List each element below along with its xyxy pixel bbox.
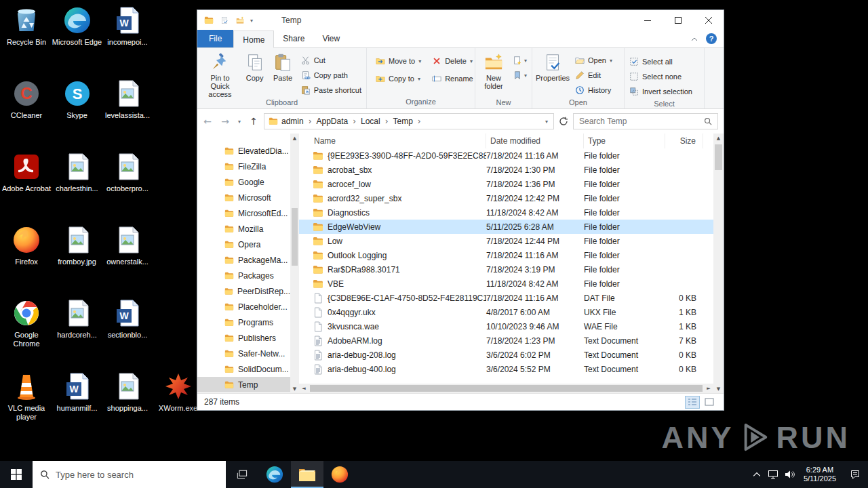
nav-item-packagema[interactable]: PackageMa... [197,252,290,268]
address-dropdown-icon[interactable]: ▾ [541,119,552,125]
nav-item-microsoft[interactable]: Microsoft [197,190,290,205]
qat-properties-button[interactable] [219,15,230,26]
nav-item-mozilla[interactable]: Mozilla [197,221,290,237]
nav-item-soliddocum[interactable]: SolidDocum... [197,361,290,377]
desktop-icon-shoppinga[interactable]: shoppinga... [102,371,153,413]
details-view-button[interactable] [685,396,700,409]
new-folder-button[interactable]: New folder [477,50,511,98]
collapse-ribbon-button[interactable] [691,34,698,43]
rename-button[interactable]: Rename [429,71,477,86]
desktop-icon-sectionblo[interactable]: Wsectionblo... [102,298,153,340]
desktop-icon-microsoft-edge[interactable]: Microsoft Edge [52,5,102,47]
desktop-icon-hardcoreh[interactable]: hardcoreh... [52,298,102,340]
file-row-outlook-logging[interactable]: Outlook Logging7/18/2024 11:16 AMFile fo… [299,248,713,262]
breadcrumb-local[interactable]: Local [357,117,384,126]
scrollbar-thumb[interactable] [715,144,722,170]
file-row-aria-debug-400-log[interactable]: aria-debug-400.log3/6/2024 5:52 PMText D… [299,362,713,376]
nav-item-programs[interactable]: Programs [197,314,290,330]
delete-button[interactable]: Delete ▾ [429,54,477,68]
breadcrumb-temp[interactable]: Temp [390,117,416,126]
desktop-icon-humanmilf[interactable]: Whumanmilf... [52,371,102,413]
select-all-button[interactable]: Select all [626,54,696,69]
back-button[interactable]: ← [200,114,215,129]
tab-file[interactable]: File [197,30,233,47]
file-row-vbe[interactable]: VBE11/18/2024 8:42 AMFile folder [299,277,713,291]
nav-item-placeholder[interactable]: Placeholder... [197,299,290,314]
taskbar-clock[interactable]: 6:29 AM 5/11/2025 [797,466,842,483]
desktop-icon-ownerstalk[interactable]: ownerstalk... [102,225,153,266]
file-row-9ee293e3-390d-48ff-a2d0-59f3e2ec88[interactable]: {9EE293E3-390D-48FF-A2D0-59F3E2EC88...7/… [299,148,713,163]
file-row-acrobat-sbx[interactable]: acrobat_sbx7/18/2024 1:30 PMFile folder [299,163,713,177]
desktop-icon-fromboy-jpg[interactable]: fromboy.jpg [52,225,102,266]
file-row-rar-dra988-30171[interactable]: Rar$DRa988.301717/18/2024 3:19 PMFile fo… [299,262,713,277]
start-button[interactable] [0,461,33,488]
copy-path-button[interactable]: Copy path [298,68,365,83]
search-input[interactable]: Search Temp [573,113,718,129]
desktop-icon-vlc-media-player[interactable]: VLC media player [1,371,52,422]
horizontal-scrollbar[interactable]: ◄ ► [299,384,713,393]
copy-to-button[interactable]: Copy to ▾ [372,71,425,86]
paste-button[interactable]: Paste [268,50,297,98]
vertical-scrollbar[interactable]: ▲ ▼ [713,134,724,393]
nav-item-publishers[interactable]: Publishers [197,330,290,346]
desktop-icon-firefox[interactable]: Firefox [1,225,52,266]
desktop-icon-ccleaner[interactable]: CCCleaner [1,79,52,120]
scroll-up-icon[interactable]: ▲ [290,134,299,142]
file-row-acrocef-low[interactable]: acrocef_low7/18/2024 1:36 PMFile folder [299,177,713,191]
title-bar[interactable]: ▾ Temp [197,10,724,30]
hidden-icons-button[interactable] [749,461,765,488]
tab-home[interactable]: Home [233,30,274,48]
task-view-button[interactable] [226,461,258,488]
breadcrumb-admin[interactable]: admin [278,117,307,126]
desktop-icon-xworm-exe[interactable]: XWorm.exe [153,371,203,413]
tab-share[interactable]: Share [274,30,313,47]
invert-selection-button[interactable]: Invert selection [626,84,696,99]
column-header-size[interactable]: Size [665,134,703,148]
scroll-right-icon[interactable]: ► [704,386,713,391]
taskbar-search[interactable]: Type here to search [33,461,226,488]
file-row-c3d8e96e-c1af-4750-8d52-f4e28119c1[interactable]: {C3D8E96E-C1AF-4750-8D52-F4E28119C1...7/… [299,291,713,305]
taskbar-file-explorer-button[interactable] [291,461,323,488]
copy-button[interactable]: Copy [241,50,268,98]
easy-access-button[interactable]: ▾ [511,69,529,81]
desktop-icon-incomepoi[interactable]: Wincomepoi... [102,5,153,47]
column-header-name[interactable]: Name [299,134,486,148]
pin-to-quick-access-button[interactable]: Pin to Quick access [199,50,241,98]
file-row-diagnostics[interactable]: Diagnostics11/18/2024 8:42 AMFile folder [299,205,713,220]
breadcrumb-appdata[interactable]: AppData [313,117,352,126]
nav-item-filezilla[interactable]: FileZilla [197,159,290,174]
scrollbar-thumb[interactable] [310,385,703,392]
desktop-icon-recycle-bin[interactable]: Recycle Bin [1,5,52,47]
scroll-up-icon[interactable]: ▲ [713,134,724,142]
desktop-icon-skype[interactable]: SSkype [52,79,102,120]
nav-item-elevateddia[interactable]: ElevatedDia... [197,143,290,159]
select-none-button[interactable]: Select none [626,69,696,84]
file-row-adobearm-log[interactable]: AdobeARM.log7/18/2024 1:23 PMText Docume… [299,333,713,348]
nav-item-packages[interactable]: Packages [197,268,290,283]
desktop-icon-octoberpro[interactable]: octoberpro... [102,152,153,193]
file-row-0x4qqgyr-ukx[interactable]: 0x4qqgyr.ukx4/8/2017 6:00 AMUKX File1 KB [299,305,713,319]
file-row-3kvusnca-wae[interactable]: 3kvusnca.wae10/10/2023 9:46 AMWAE File1 … [299,319,713,333]
scroll-down-icon[interactable]: ▼ [290,384,299,393]
tray-volume-button[interactable] [781,461,797,488]
nav-item-google[interactable]: Google [197,174,290,190]
qat-customize-button[interactable]: ▾ [250,18,253,24]
edit-button[interactable]: Edit [572,68,616,83]
action-center-button[interactable] [842,461,868,488]
qat-new-folder-button[interactable] [235,15,245,26]
open-button[interactable]: Open ▾ [572,53,616,68]
desktop-icon-charlesthin[interactable]: charlesthin... [52,152,102,193]
breadcrumb[interactable]: admin›AppData›Local›Temp› ▾ [264,113,554,129]
maximize-button[interactable] [663,10,693,30]
paste-shortcut-button[interactable]: Paste shortcut [298,83,365,98]
move-to-button[interactable]: Move to ▾ [372,54,425,68]
forward-button[interactable]: → [218,114,233,129]
thumbnails-view-button[interactable] [702,396,717,409]
recent-locations-button[interactable]: ▾ [235,114,243,129]
nav-item-opera[interactable]: Opera [197,237,290,252]
column-header-type[interactable]: Type [584,134,665,148]
scroll-down-icon[interactable]: ▼ [713,384,724,393]
tab-view[interactable]: View [313,30,349,47]
properties-button[interactable]: Properties [534,50,572,98]
nav-item-temp[interactable]: Temp [197,377,290,392]
